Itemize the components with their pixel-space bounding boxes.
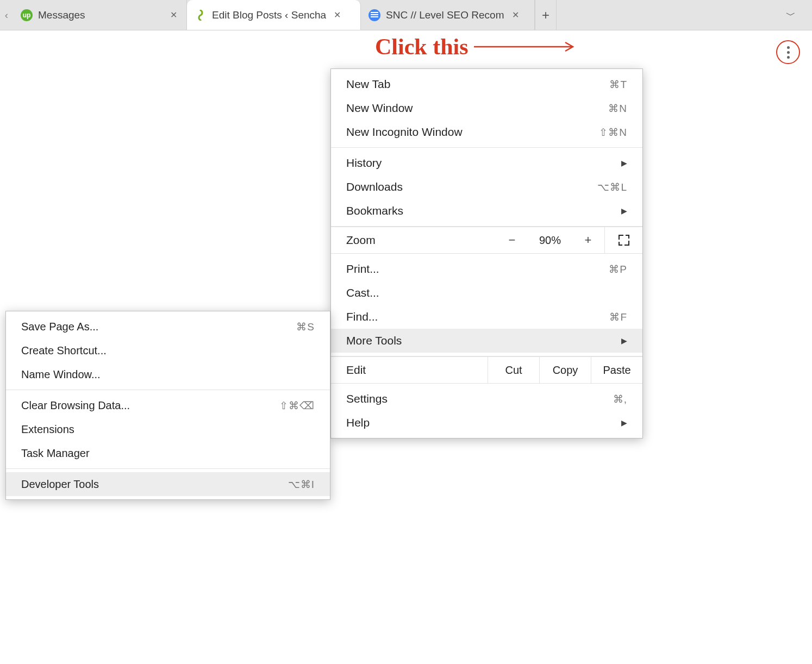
tab-snc-seo[interactable]: SNC // Level SEO Recom ✕ — [361, 0, 535, 30]
chrome-menu-button[interactable] — [776, 40, 800, 64]
tab-title: Messages — [38, 9, 85, 21]
zoom-label: Zoom — [331, 227, 496, 253]
annotation-text: Click this — [375, 34, 469, 60]
menu-zoom: Zoom − 90% + — [331, 227, 642, 254]
chevron-down-icon: ﹀ — [786, 9, 796, 22]
menu-label: Cast... — [346, 286, 627, 299]
fullscreen-icon — [619, 235, 629, 245]
tab-strip: ‹ up Messages ✕ Edit Blog Posts ‹ Sencha… — [0, 0, 812, 30]
menu-label: Downloads — [346, 180, 597, 193]
menu-label: New Incognito Window — [346, 126, 599, 139]
menu-label: Bookmarks — [346, 204, 621, 217]
menu-shortcut: ⌘T — [609, 78, 627, 91]
submenu-extensions[interactable]: Extensions — [6, 417, 330, 441]
menu-shortcut: ⌘S — [296, 321, 315, 333]
menu-label: New Tab — [346, 78, 609, 91]
menu-label: Find... — [346, 310, 609, 323]
google-docs-icon — [368, 9, 380, 21]
menu-find[interactable]: Find... ⌘F — [331, 305, 642, 329]
menu-label: Print... — [346, 262, 609, 275]
submenu-clear-browsing-data[interactable]: Clear Browsing Data... ⇧⌘⌫ — [6, 393, 330, 417]
menu-shortcut: ⌘, — [613, 393, 627, 405]
menu-label: More Tools — [346, 334, 621, 347]
menu-bookmarks[interactable]: Bookmarks ▶ — [331, 199, 642, 223]
menu-more-tools[interactable]: More Tools ▶ — [331, 329, 642, 353]
submenu-create-shortcut[interactable]: Create Shortcut... — [6, 339, 330, 362]
menu-help[interactable]: Help ▶ — [331, 411, 642, 435]
menu-label: New Window — [346, 102, 608, 115]
menu-settings[interactable]: Settings ⌘, — [331, 387, 642, 411]
edit-cut-button[interactable]: Cut — [488, 357, 539, 383]
close-icon[interactable]: ✕ — [170, 11, 179, 20]
menu-label: Save Page As... — [21, 321, 296, 333]
menu-shortcut: ⌘P — [609, 263, 627, 275]
menu-new-window[interactable]: New Window ⌘N — [331, 96, 642, 120]
tab-overflow[interactable]: ﹀ — [557, 9, 812, 22]
sencha-icon — [195, 9, 207, 21]
upwork-icon: up — [21, 9, 33, 21]
edit-label: Edit — [331, 357, 488, 383]
menu-label: Task Manager — [21, 447, 315, 460]
tab-sencha[interactable]: Edit Blog Posts ‹ Sencha ✕ — [187, 0, 361, 30]
menu-history[interactable]: History ▶ — [331, 151, 642, 175]
chevron-right-icon: ▶ — [621, 336, 627, 345]
zoom-value: 90% — [528, 227, 572, 253]
menu-shortcut: ⇧⌘⌫ — [279, 399, 315, 412]
menu-shortcut: ⌘F — [609, 311, 627, 323]
chevron-right-icon: ▶ — [621, 159, 627, 167]
submenu-save-page[interactable]: Save Page As... ⌘S — [6, 315, 330, 339]
menu-new-incognito[interactable]: New Incognito Window ⇧⌘N — [331, 120, 642, 144]
arrow-right-icon — [474, 40, 577, 53]
menu-new-tab[interactable]: New Tab ⌘T — [331, 72, 642, 96]
scroll-tabs-left[interactable]: ‹ — [0, 9, 13, 21]
menu-shortcut: ⇧⌘N — [599, 126, 627, 139]
menu-shortcut: ⌘N — [608, 102, 627, 115]
tab-title: Edit Blog Posts ‹ Sencha — [212, 9, 326, 21]
annotation-click-this: Click this — [375, 34, 577, 60]
menu-cast[interactable]: Cast... — [331, 281, 642, 305]
close-icon[interactable]: ✕ — [334, 11, 342, 20]
tab-title: SNC // Level SEO Recom — [386, 9, 504, 21]
menu-shortcut: ⌥⌘L — [597, 181, 627, 193]
menu-print[interactable]: Print... ⌘P — [331, 257, 642, 281]
zoom-in-button[interactable]: + — [572, 227, 604, 253]
tab-messages[interactable]: up Messages ✕ — [13, 0, 187, 30]
menu-edit: Edit Cut Copy Paste — [331, 356, 642, 384]
chevron-right-icon: ▶ — [621, 206, 627, 215]
submenu-developer-tools[interactable]: Developer Tools ⌥⌘I — [6, 472, 330, 496]
close-icon[interactable]: ✕ — [512, 11, 521, 20]
more-tools-submenu: Save Page As... ⌘S Create Shortcut... Na… — [5, 311, 330, 500]
chrome-main-menu: New Tab ⌘T New Window ⌘N New Incognito W… — [330, 68, 643, 439]
menu-downloads[interactable]: Downloads ⌥⌘L — [331, 175, 642, 199]
menu-label: Help — [346, 416, 621, 429]
zoom-out-button[interactable]: − — [496, 227, 528, 253]
vertical-dots-icon — [787, 46, 790, 59]
menu-label: Extensions — [21, 423, 315, 436]
edit-paste-button[interactable]: Paste — [591, 357, 642, 383]
menu-label: Name Window... — [21, 368, 315, 381]
menu-label: Settings — [346, 392, 613, 405]
fullscreen-button[interactable] — [604, 227, 642, 253]
menu-label: Clear Browsing Data... — [21, 399, 279, 412]
new-tab-button[interactable]: + — [535, 0, 557, 30]
submenu-task-manager[interactable]: Task Manager — [6, 441, 330, 465]
menu-label: Developer Tools — [21, 478, 288, 491]
submenu-name-window[interactable]: Name Window... — [6, 362, 330, 386]
menu-label: Create Shortcut... — [21, 344, 315, 357]
menu-shortcut: ⌥⌘I — [288, 478, 315, 491]
edit-copy-button[interactable]: Copy — [539, 357, 591, 383]
menu-label: History — [346, 156, 621, 170]
chevron-right-icon: ▶ — [621, 418, 627, 427]
